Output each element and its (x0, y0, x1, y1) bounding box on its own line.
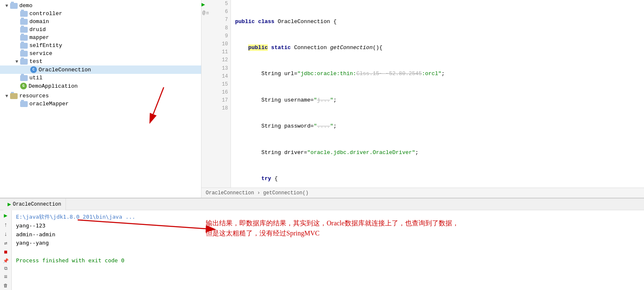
spring-file-icon-demoapplication: G (20, 83, 27, 89)
sidebar-item-label-resources: resources (19, 93, 49, 99)
sidebar-item-domain[interactable]: domain (0, 18, 201, 26)
sidebar-item-oracleconnection[interactable]: C OracleConnection (0, 65, 201, 74)
run-tab[interactable]: ▶ OracleConnection (3, 199, 66, 210)
sidebar-item-test[interactable]: ▼ test (0, 57, 201, 65)
copy-button[interactable]: ⧉ (2, 266, 10, 271)
arrow-up-button[interactable]: ↑ (2, 222, 10, 228)
sidebar-item-resources[interactable]: ▼ resources (0, 92, 201, 100)
sidebar-item-util[interactable]: util (0, 74, 201, 82)
code-lines[interactable]: public class OracleConnection { public s… (231, 0, 644, 188)
console-output-adminadmin: admin--admin (16, 231, 55, 238)
stop-button[interactable]: ■ (2, 249, 10, 256)
console-output: E:\java软件\jdk1.8.0_201\bin\java ... yang… (12, 210, 644, 290)
gutter-icons: ▶ @ ⊞ (202, 0, 214, 188)
bottom-panel: ▶ OracleConnection ▶ ↑ ↓ ⇄ ■ 📌 ⧉ ≡ 🗑 E:\… (0, 198, 644, 290)
folder-icon-selfentity (20, 43, 28, 49)
code-content: ▶ @ ⊞ (202, 0, 644, 188)
gutter-row-18 (202, 113, 214, 122)
breadcrumb-text: OracleConnection › getConnection() (206, 190, 309, 196)
bottom-toolbar: ▶ OracleConnection (0, 199, 644, 210)
play-button[interactable]: ▶ (2, 212, 10, 219)
sidebar-item-label-druid: druid (29, 26, 46, 33)
gutter-row-7 (202, 18, 214, 26)
at-icon-line6: @ (202, 10, 205, 16)
run-icon-line5[interactable]: ▶ (202, 1, 205, 8)
bottom-left-icons: ▶ ↑ ↓ ⇄ ■ 📌 ⧉ ≡ 🗑 (0, 210, 12, 290)
console-path-text: E:\java软件\jdk1.8.0_201\bin\java ... (16, 214, 135, 220)
pin-button[interactable]: 📌 (2, 258, 10, 264)
code-line-8: String username="j..."; (235, 96, 640, 105)
folder-icon-domain (20, 19, 28, 25)
folder-icon-druid (20, 27, 28, 33)
folder-icon-mapper (20, 35, 28, 41)
sidebar-item-label-demo: demo (19, 3, 32, 9)
code-line-9: String password="...."; (235, 122, 640, 131)
sidebar-item-controller[interactable]: controller (0, 10, 201, 18)
code-line-11: try { (235, 175, 640, 183)
code-editor: ▶ @ ⊞ (202, 0, 644, 198)
sidebar-item-demo[interactable]: ▼ demo (0, 2, 201, 10)
gutter-row-14 (202, 78, 214, 87)
trash-button[interactable]: 🗑 (2, 283, 10, 288)
console-line-3: admin--admin (16, 230, 640, 239)
console-line-6: Process finished with exit code 0 (16, 256, 640, 265)
folder-icon-resources (10, 93, 18, 99)
gutter-row-12 (202, 61, 214, 70)
code-line-7: String url="jdbc:oracle:thin:Clss.15~ ~5… (235, 70, 640, 78)
console-line-5 (16, 248, 640, 256)
folder-icon-test (20, 59, 28, 65)
gutter-row-6: @ ⊞ (202, 9, 214, 18)
gutter-row-10 (202, 44, 214, 52)
folder-icon-service (20, 51, 28, 57)
sidebar-item-service[interactable]: service (0, 50, 201, 57)
code-line-6: public static Connection getConnection()… (235, 44, 640, 52)
folder-icon-demo (10, 3, 18, 9)
sidebar-item-demoapplication[interactable]: G DemoApplication (0, 82, 201, 90)
expand-arrow-test: ▼ (13, 59, 20, 64)
sidebar-item-label-util: util (29, 75, 42, 81)
file-tree-sidebar: ▼ demo controller domain druid (0, 0, 202, 198)
console-output-yangyang: yang--yang (16, 240, 49, 246)
gutter-row-17 (202, 105, 214, 114)
gutter-row-8 (202, 26, 214, 35)
console-output-yang123: yang--123 (16, 222, 45, 229)
sidebar-item-label-test: test (29, 58, 42, 65)
folder-icon-controller (20, 11, 28, 17)
sidebar-item-druid[interactable]: druid (0, 26, 201, 34)
line-numbers: 5 6 7 8 9 10 11 12 13 14 15 16 17 18 (214, 0, 231, 188)
breadcrumb: OracleConnection › getConnection() (202, 188, 644, 198)
gutter-row-16 (202, 96, 214, 105)
sidebar-item-label-oraclemapper: oracleMapper (29, 101, 69, 107)
bottom-content: ▶ ↑ ↓ ⇄ ■ 📌 ⧉ ≡ 🗑 E:\java软件\jdk1.8.0_201… (0, 210, 644, 290)
filter-button[interactable]: ≡ (2, 274, 10, 280)
expand-arrow-demo: ▼ (3, 3, 10, 8)
sidebar-item-label-oracleconnection: OracleConnection (39, 67, 91, 73)
rerun-button[interactable]: ⇄ (2, 240, 10, 246)
sidebar-item-label-domain: domain (29, 18, 49, 25)
top-section: ▼ demo controller domain druid (0, 0, 644, 198)
sidebar-item-selfentity[interactable]: selfEntity (0, 42, 201, 50)
sidebar-item-mapper[interactable]: mapper (0, 34, 201, 42)
sidebar-item-label-controller: controller (29, 10, 62, 17)
console-exit-text: Process finished with exit code 0 (16, 257, 124, 264)
sidebar-item-label-mapper: mapper (29, 34, 49, 41)
code-line-5: public class OracleConnection { (235, 18, 640, 26)
arrow-down-button[interactable]: ↓ (2, 231, 10, 238)
sidebar-item-label-selfentity: selfEntity (29, 42, 62, 49)
code-line-10: String driver="oracle.jdbc.driver.Oracle… (235, 149, 640, 157)
gutter-row-11 (202, 52, 214, 61)
gutter-row-15 (202, 87, 214, 96)
console-line-4: yang--yang (16, 239, 640, 248)
bookmark-icon-line6: ⊞ (206, 10, 209, 16)
gutter-row-5[interactable]: ▶ (202, 0, 214, 9)
sidebar-item-label-demoapplication: DemoApplication (29, 83, 78, 89)
run-tab-label: OracleConnection (13, 201, 61, 207)
sidebar-item-label-service: service (29, 50, 52, 57)
gutter-row-13 (202, 70, 214, 78)
expand-arrow-resources: ▼ (3, 94, 10, 99)
sidebar-item-oraclemapper[interactable]: oracleMapper (0, 100, 201, 108)
folder-icon-oraclemapper (20, 101, 28, 107)
folder-icon-util (20, 75, 28, 81)
console-line-1: E:\java软件\jdk1.8.0_201\bin\java ... (16, 213, 640, 222)
run-tab-arrow: ▶ (8, 201, 11, 208)
